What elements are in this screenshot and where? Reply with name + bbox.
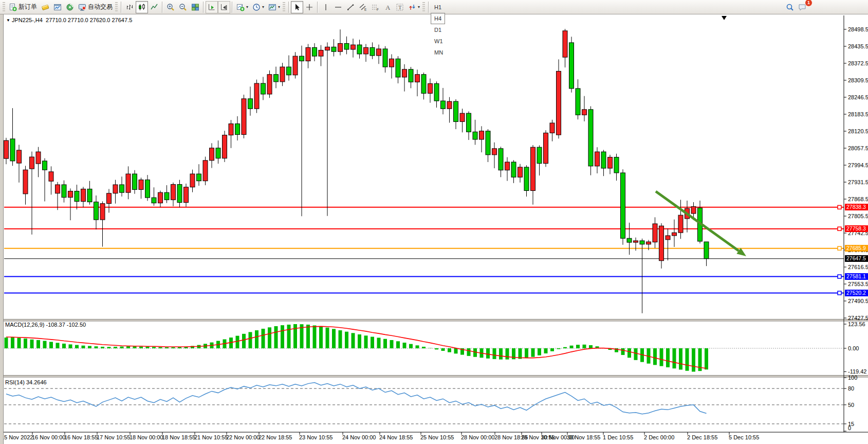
candle-body xyxy=(653,224,657,242)
chart-canvas[interactable]: 28498.528435.528372.528309.528246.528183… xyxy=(0,14,868,444)
level-drag-marker[interactable] xyxy=(838,275,841,278)
time-tick-label: 16 Nov 18:55 xyxy=(64,434,98,440)
equidistant-channel-button[interactable]: E xyxy=(357,1,369,13)
chart-shift-button[interactable] xyxy=(218,1,230,13)
crosshair-button[interactable] xyxy=(303,1,316,13)
price-tick-label: 27553.5 xyxy=(848,281,868,287)
mt4-terminal: { "toolbar": { "new_order_label": "新订单",… xyxy=(0,0,868,444)
auto-trading-icon xyxy=(78,3,86,11)
toolbar-grip[interactable] xyxy=(283,2,285,12)
symbol-dropdown-icon[interactable]: ▼ xyxy=(6,18,10,23)
text-label-button[interactable]: T xyxy=(394,1,406,13)
candle-body xyxy=(672,233,677,236)
arrows-button[interactable]: ▾ xyxy=(406,1,422,13)
candle-body xyxy=(550,123,555,133)
timeframe-D1[interactable]: D1 xyxy=(431,24,445,35)
level-drag-marker[interactable] xyxy=(838,291,841,295)
templates-button[interactable]: ▾ xyxy=(266,1,282,13)
toolbar-grip[interactable] xyxy=(422,2,425,12)
timeframe-MN[interactable]: MN xyxy=(431,47,447,58)
price-tick-label: 28120.5 xyxy=(848,128,868,134)
candle-body xyxy=(10,139,15,161)
timeframe-W1[interactable]: W1 xyxy=(431,35,447,47)
main-toolbar: 新订单 自动交易 ▾ ▾ xyxy=(0,0,868,14)
chart-title[interactable]: ▼ JPN225-,H4 27710.0 27710.0 27620.0 276… xyxy=(6,17,132,23)
periods-dropdown-caret[interactable]: ▾ xyxy=(262,5,264,9)
auto-scroll-button[interactable] xyxy=(206,1,218,13)
search-button[interactable] xyxy=(784,1,796,13)
timeframe-H1[interactable]: H1 xyxy=(431,2,445,13)
rsi-tick-label: 50 xyxy=(848,402,854,408)
toolbar-grip[interactable] xyxy=(115,2,118,12)
text-button[interactable]: A xyxy=(381,1,394,13)
indicators-dropdown-caret[interactable]: ▾ xyxy=(246,5,248,9)
indicators-button[interactable]: ▾ xyxy=(234,1,250,13)
time-tick-label: 23 Nov 10:55 xyxy=(299,434,333,440)
candle-body xyxy=(647,242,651,244)
trend-arrow-shaft[interactable] xyxy=(656,191,738,251)
candle-body xyxy=(94,202,99,220)
templates-dropdown-caret[interactable]: ▾ xyxy=(278,5,280,9)
market-watch-button[interactable] xyxy=(51,1,64,13)
price-tick-label: 27931.5 xyxy=(848,179,868,185)
chart-title-symbol: JPN225-,H4 xyxy=(12,17,43,23)
bar-chart-button[interactable] xyxy=(123,1,136,13)
cursor-button[interactable] xyxy=(291,1,303,13)
tile-windows-button[interactable] xyxy=(189,1,201,13)
chart-shift-icon xyxy=(220,3,228,11)
candle-body xyxy=(434,84,439,101)
candle-body xyxy=(473,132,477,139)
zoom-out-icon xyxy=(179,3,187,11)
chart-profiles-button[interactable] xyxy=(39,1,51,13)
new-order-label: 新订单 xyxy=(19,3,37,11)
bar-chart-icon xyxy=(125,3,134,11)
candle-body xyxy=(23,170,28,194)
candle-body xyxy=(704,242,709,259)
candle-body xyxy=(158,192,163,203)
notification-badge[interactable]: 1 xyxy=(805,0,812,7)
periods-button[interactable]: ▾ xyxy=(250,1,266,13)
time-tick-label: 18 Nov 00:00 xyxy=(130,434,163,440)
arrows-dropdown-caret[interactable]: ▾ xyxy=(418,5,420,9)
price-level-tag: 27685.9 xyxy=(845,245,868,252)
search-icon xyxy=(786,3,794,11)
panel-separator[interactable] xyxy=(0,319,868,322)
candle-body xyxy=(152,198,156,203)
vertical-line-button[interactable] xyxy=(320,1,332,13)
price-tick-label: 28057.5 xyxy=(848,145,868,151)
toolbar-grip[interactable] xyxy=(3,2,5,12)
candle-body xyxy=(691,206,696,214)
time-tick-label: 15 Nov 2022 xyxy=(1,434,33,440)
candle-body xyxy=(601,152,606,168)
line-chart-button[interactable] xyxy=(148,1,160,13)
profiles-icon xyxy=(41,3,49,11)
candle-body xyxy=(557,71,561,135)
navigator-button[interactable] xyxy=(64,1,76,13)
toolbar-separator xyxy=(121,2,122,13)
level-drag-marker[interactable] xyxy=(838,205,841,209)
zoom-out-button[interactable] xyxy=(177,1,189,13)
level-drag-marker[interactable] xyxy=(838,246,841,250)
price-tick-label: 28183.5 xyxy=(848,111,868,117)
candle-body xyxy=(659,226,664,261)
trendline-button[interactable] xyxy=(344,1,357,13)
panel-separator[interactable] xyxy=(0,376,868,378)
zoom-in-button[interactable] xyxy=(164,1,177,13)
svg-text:T: T xyxy=(398,4,402,10)
chart-window[interactable]: 28498.528435.528372.528309.528246.528183… xyxy=(0,14,868,444)
time-tick-label: 18 Nov 18:55 xyxy=(162,434,195,440)
price-level-tag: 27758.3 xyxy=(845,225,868,232)
auto-trading-button[interactable]: 自动交易 xyxy=(76,1,115,13)
candlestick-chart-button[interactable] xyxy=(136,1,148,13)
fibonacci-button[interactable]: F xyxy=(369,1,381,13)
level-drag-marker[interactable] xyxy=(838,227,841,230)
bar-shift-marker[interactable] xyxy=(722,16,727,20)
new-order-button[interactable]: 新订单 xyxy=(7,1,39,13)
candlestick-chart-icon xyxy=(138,3,146,11)
timeframe-H4[interactable]: H4 xyxy=(431,13,445,24)
horizontal-line-button[interactable] xyxy=(332,1,344,13)
candle-body xyxy=(4,140,9,158)
price-tick-label: 27427.5 xyxy=(848,315,868,321)
candle-body xyxy=(113,185,118,193)
macd-signal-line xyxy=(6,326,707,368)
